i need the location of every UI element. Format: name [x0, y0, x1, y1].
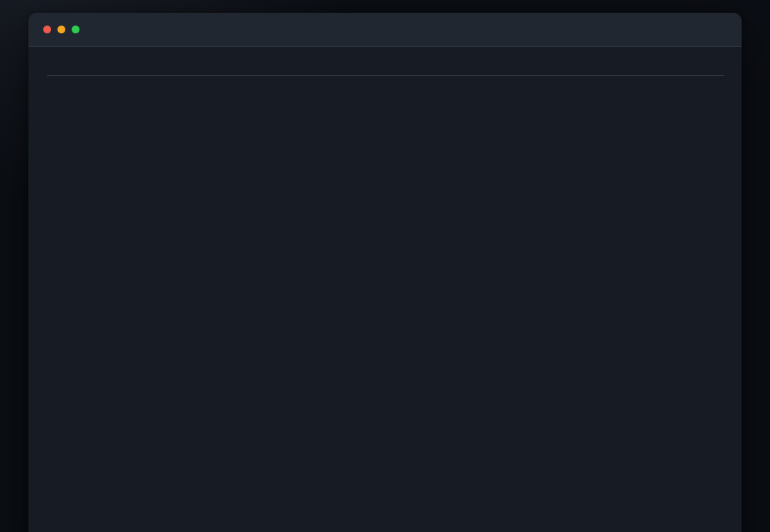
table-divider [47, 75, 724, 76]
minimize-button[interactable] [57, 26, 65, 33]
desktop-background [0, 0, 770, 532]
close-button[interactable] [43, 26, 51, 33]
terminal-window [28, 13, 742, 532]
window-controls [43, 13, 79, 46]
titlebar[interactable] [28, 13, 742, 47]
terminal-content[interactable] [28, 47, 742, 76]
maximize-button[interactable] [72, 26, 79, 33]
